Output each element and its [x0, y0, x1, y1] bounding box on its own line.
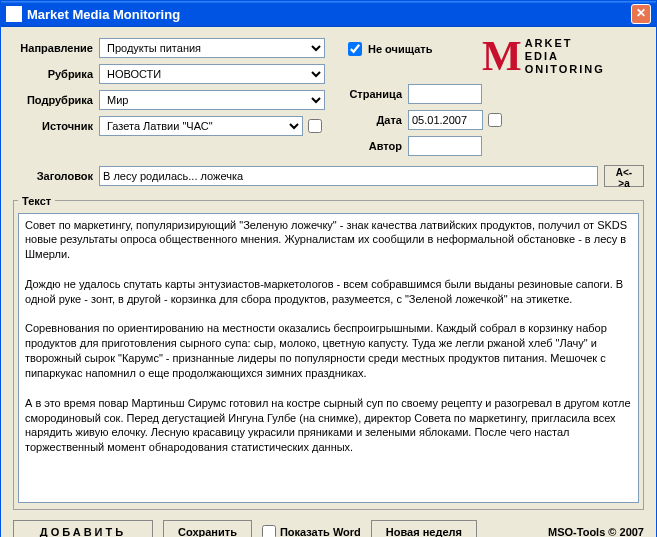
title-label: Заголовок — [13, 170, 99, 182]
text-fieldset: Текст — [13, 195, 644, 510]
case-toggle-button[interactable]: A<->a — [604, 165, 644, 187]
save-button[interactable]: Сохранить — [163, 520, 252, 537]
rubric-label: Рубрика — [13, 68, 99, 80]
titlebar: Market Media Monitoring ✕ — [1, 1, 656, 27]
author-label: Автор — [348, 140, 408, 152]
subrubric-label: Подрубрика — [13, 94, 99, 106]
content-area: Направление Продукты питания Рубрика НОВ… — [1, 27, 656, 537]
direction-label: Направление — [13, 42, 99, 54]
author-input[interactable] — [408, 136, 482, 156]
page-input[interactable] — [408, 84, 482, 104]
add-button[interactable]: ДОБАВИТЬ — [13, 520, 153, 537]
close-icon[interactable]: ✕ — [631, 4, 651, 24]
text-legend: Текст — [18, 195, 55, 207]
brand-logo: M ARKET EDIA ONITORING — [482, 37, 605, 77]
new-week-button[interactable]: Новая неделя — [371, 520, 477, 537]
source-checkbox[interactable] — [308, 119, 322, 133]
show-word-label: Показать Word — [280, 526, 361, 537]
footer-text: MSO-Tools © 2007 — [548, 526, 644, 537]
noclear-label: Не очищать — [368, 43, 432, 55]
title-input[interactable] — [99, 166, 598, 186]
logo-text: ARKET EDIA ONITORING — [525, 37, 605, 77]
rubric-select[interactable]: НОВОСТИ — [99, 64, 325, 84]
page-label: Страница — [348, 88, 408, 100]
logo-mark: M — [482, 40, 522, 74]
source-select[interactable]: Газета Латвии "ЧАС" — [99, 116, 303, 136]
app-icon — [6, 6, 22, 22]
noclear-checkbox[interactable] — [348, 42, 362, 56]
show-word-checkbox[interactable] — [262, 525, 276, 537]
date-label: Дата — [348, 114, 408, 126]
date-input[interactable] — [408, 110, 483, 130]
subrubric-select[interactable]: Мир — [99, 90, 325, 110]
text-body[interactable] — [18, 213, 639, 503]
source-label: Источник — [13, 120, 99, 132]
app-window: Market Media Monitoring ✕ Направление Пр… — [0, 0, 657, 537]
direction-select[interactable]: Продукты питания — [99, 38, 325, 58]
date-checkbox[interactable] — [488, 113, 502, 127]
window-title: Market Media Monitoring — [27, 7, 631, 22]
